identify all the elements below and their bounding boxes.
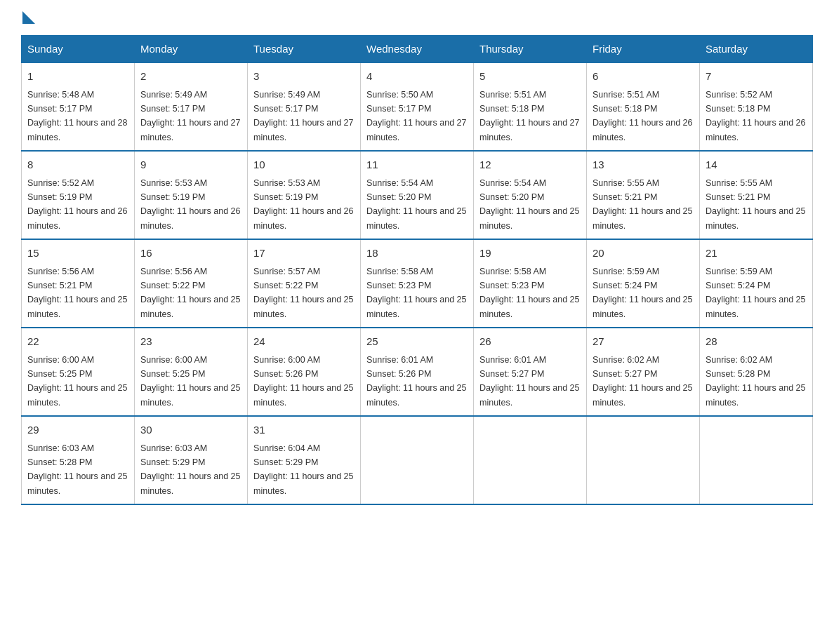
day-number: 21 xyxy=(706,246,807,262)
day-info: Sunrise: 5:52 AMSunset: 5:18 PMDaylight:… xyxy=(706,90,805,142)
day-number: 4 xyxy=(366,69,468,85)
day-cell-16: 16 Sunrise: 5:56 AMSunset: 5:22 PMDaylig… xyxy=(135,239,248,328)
empty-cell xyxy=(474,416,587,504)
day-info: Sunrise: 5:54 AMSunset: 5:20 PMDaylight:… xyxy=(366,178,466,231)
day-info: Sunrise: 5:53 AMSunset: 5:19 PMDaylight:… xyxy=(253,178,353,231)
day-cell-28: 28 Sunrise: 6:02 AMSunset: 5:28 PMDaylig… xyxy=(700,328,813,416)
day-cell-19: 19 Sunrise: 5:58 AMSunset: 5:23 PMDaylig… xyxy=(474,239,587,328)
empty-cell xyxy=(700,416,813,504)
day-number: 26 xyxy=(479,334,581,350)
week-row-3: 15 Sunrise: 5:56 AMSunset: 5:21 PMDaylig… xyxy=(22,239,813,328)
day-info: Sunrise: 5:59 AMSunset: 5:24 PMDaylight:… xyxy=(593,267,692,319)
day-number: 19 xyxy=(479,246,581,262)
day-number: 12 xyxy=(479,157,581,173)
week-row-1: 1 Sunrise: 5:48 AMSunset: 5:17 PMDayligh… xyxy=(22,62,813,151)
day-cell-18: 18 Sunrise: 5:58 AMSunset: 5:23 PMDaylig… xyxy=(361,239,474,328)
week-row-4: 22 Sunrise: 6:00 AMSunset: 5:25 PMDaylig… xyxy=(22,328,813,416)
day-number: 18 xyxy=(366,246,468,262)
day-number: 28 xyxy=(706,334,807,350)
day-info: Sunrise: 6:00 AMSunset: 5:25 PMDaylight:… xyxy=(140,355,240,408)
day-cell-23: 23 Sunrise: 6:00 AMSunset: 5:25 PMDaylig… xyxy=(135,328,248,416)
day-info: Sunrise: 6:00 AMSunset: 5:26 PMDaylight:… xyxy=(253,355,353,408)
day-cell-27: 27 Sunrise: 6:02 AMSunset: 5:27 PMDaylig… xyxy=(587,328,700,416)
day-number: 22 xyxy=(27,334,128,350)
day-cell-29: 29 Sunrise: 6:03 AMSunset: 5:28 PMDaylig… xyxy=(22,416,135,504)
day-info: Sunrise: 5:49 AMSunset: 5:17 PMDaylight:… xyxy=(253,90,353,142)
day-info: Sunrise: 5:49 AMSunset: 5:17 PMDaylight:… xyxy=(140,90,240,142)
day-info: Sunrise: 6:01 AMSunset: 5:26 PMDaylight:… xyxy=(366,355,466,408)
day-number: 27 xyxy=(593,334,694,350)
day-number: 7 xyxy=(706,69,807,85)
day-cell-8: 8 Sunrise: 5:52 AMSunset: 5:19 PMDayligh… xyxy=(22,151,135,239)
day-number: 25 xyxy=(366,334,468,350)
day-cell-10: 10 Sunrise: 5:53 AMSunset: 5:19 PMDaylig… xyxy=(248,151,361,239)
day-cell-9: 9 Sunrise: 5:53 AMSunset: 5:19 PMDayligh… xyxy=(135,151,248,239)
day-info: Sunrise: 5:51 AMSunset: 5:18 PMDaylight:… xyxy=(479,90,579,142)
day-number: 30 xyxy=(140,422,241,438)
day-cell-5: 5 Sunrise: 5:51 AMSunset: 5:18 PMDayligh… xyxy=(474,62,587,151)
week-row-2: 8 Sunrise: 5:52 AMSunset: 5:19 PMDayligh… xyxy=(22,151,813,239)
day-number: 9 xyxy=(140,157,241,173)
day-cell-17: 17 Sunrise: 5:57 AMSunset: 5:22 PMDaylig… xyxy=(248,239,361,328)
day-number: 1 xyxy=(27,69,128,85)
weekday-header-friday: Friday xyxy=(587,36,700,63)
day-number: 3 xyxy=(253,69,355,85)
week-row-5: 29 Sunrise: 6:03 AMSunset: 5:28 PMDaylig… xyxy=(22,416,813,504)
weekday-header-monday: Monday xyxy=(135,36,248,63)
day-number: 29 xyxy=(27,422,128,438)
day-info: Sunrise: 5:58 AMSunset: 5:23 PMDaylight:… xyxy=(479,267,579,319)
day-info: Sunrise: 5:58 AMSunset: 5:23 PMDaylight:… xyxy=(366,267,466,319)
day-number: 24 xyxy=(253,334,355,350)
day-cell-12: 12 Sunrise: 5:54 AMSunset: 5:20 PMDaylig… xyxy=(474,151,587,239)
day-number: 20 xyxy=(593,246,694,262)
day-number: 15 xyxy=(27,246,128,262)
day-cell-15: 15 Sunrise: 5:56 AMSunset: 5:21 PMDaylig… xyxy=(22,239,135,328)
weekday-header-thursday: Thursday xyxy=(474,36,587,63)
day-info: Sunrise: 6:02 AMSunset: 5:27 PMDaylight:… xyxy=(593,355,692,408)
day-cell-14: 14 Sunrise: 5:55 AMSunset: 5:21 PMDaylig… xyxy=(700,151,813,239)
day-number: 2 xyxy=(140,69,241,85)
day-number: 16 xyxy=(140,246,241,262)
day-cell-24: 24 Sunrise: 6:00 AMSunset: 5:26 PMDaylig… xyxy=(248,328,361,416)
day-cell-22: 22 Sunrise: 6:00 AMSunset: 5:25 PMDaylig… xyxy=(22,328,135,416)
day-info: Sunrise: 5:59 AMSunset: 5:24 PMDaylight:… xyxy=(706,267,805,319)
logo xyxy=(21,14,35,21)
empty-cell xyxy=(361,416,474,504)
day-cell-4: 4 Sunrise: 5:50 AMSunset: 5:17 PMDayligh… xyxy=(361,62,474,151)
day-cell-25: 25 Sunrise: 6:01 AMSunset: 5:26 PMDaylig… xyxy=(361,328,474,416)
day-cell-1: 1 Sunrise: 5:48 AMSunset: 5:17 PMDayligh… xyxy=(22,62,135,151)
day-info: Sunrise: 5:48 AMSunset: 5:17 PMDaylight:… xyxy=(27,90,127,142)
day-number: 23 xyxy=(140,334,241,350)
day-info: Sunrise: 6:01 AMSunset: 5:27 PMDaylight:… xyxy=(479,355,579,408)
day-number: 10 xyxy=(253,157,355,173)
day-number: 17 xyxy=(253,246,355,262)
day-info: Sunrise: 5:52 AMSunset: 5:19 PMDaylight:… xyxy=(27,178,127,231)
day-info: Sunrise: 6:02 AMSunset: 5:28 PMDaylight:… xyxy=(706,355,805,408)
calendar-table: SundayMondayTuesdayWednesdayThursdayFrid… xyxy=(21,35,813,505)
day-number: 6 xyxy=(593,69,694,85)
page-header xyxy=(21,14,813,21)
weekday-header-wednesday: Wednesday xyxy=(361,36,474,63)
day-number: 5 xyxy=(479,69,581,85)
day-info: Sunrise: 5:51 AMSunset: 5:18 PMDaylight:… xyxy=(593,90,692,142)
day-cell-6: 6 Sunrise: 5:51 AMSunset: 5:18 PMDayligh… xyxy=(587,62,700,151)
day-info: Sunrise: 5:53 AMSunset: 5:19 PMDaylight:… xyxy=(140,178,240,231)
day-number: 14 xyxy=(706,157,807,173)
day-info: Sunrise: 5:54 AMSunset: 5:20 PMDaylight:… xyxy=(479,178,579,231)
day-number: 8 xyxy=(27,157,128,173)
day-cell-21: 21 Sunrise: 5:59 AMSunset: 5:24 PMDaylig… xyxy=(700,239,813,328)
day-number: 13 xyxy=(593,157,694,173)
weekday-header-row: SundayMondayTuesdayWednesdayThursdayFrid… xyxy=(22,36,813,63)
day-info: Sunrise: 6:03 AMSunset: 5:29 PMDaylight:… xyxy=(140,443,240,496)
day-cell-13: 13 Sunrise: 5:55 AMSunset: 5:21 PMDaylig… xyxy=(587,151,700,239)
day-number: 31 xyxy=(253,422,355,438)
day-cell-26: 26 Sunrise: 6:01 AMSunset: 5:27 PMDaylig… xyxy=(474,328,587,416)
day-cell-30: 30 Sunrise: 6:03 AMSunset: 5:29 PMDaylig… xyxy=(135,416,248,504)
day-cell-2: 2 Sunrise: 5:49 AMSunset: 5:17 PMDayligh… xyxy=(135,62,248,151)
day-cell-3: 3 Sunrise: 5:49 AMSunset: 5:17 PMDayligh… xyxy=(248,62,361,151)
empty-cell xyxy=(587,416,700,504)
day-info: Sunrise: 5:55 AMSunset: 5:21 PMDaylight:… xyxy=(706,178,805,231)
day-info: Sunrise: 5:56 AMSunset: 5:22 PMDaylight:… xyxy=(140,267,240,319)
day-info: Sunrise: 5:50 AMSunset: 5:17 PMDaylight:… xyxy=(366,90,466,142)
day-info: Sunrise: 5:56 AMSunset: 5:21 PMDaylight:… xyxy=(27,267,127,319)
